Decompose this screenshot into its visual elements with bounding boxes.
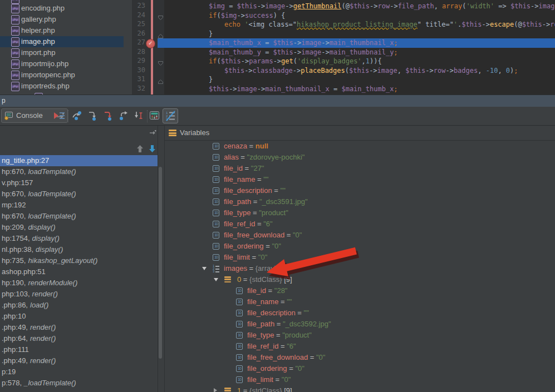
code-line[interactable]: } [0, 75, 555, 85]
variable-row[interactable]: file_type = "product" [165, 207, 555, 219]
frame-location: .php:10 [2, 312, 26, 320]
frame-row[interactable]: hp:670,loadTemplate() [0, 166, 158, 177]
step-over-icon[interactable] [71, 111, 84, 122]
breakpoint-icon[interactable] [146, 39, 155, 48]
frame-row[interactable]: .php:111 [0, 344, 158, 355]
variable-row[interactable]: 0 = {stdClass} [9] [165, 274, 555, 285]
frame-row[interactable]: ng_title.php:27 [0, 155, 158, 166]
frame-row[interactable]: .php:49,render() [0, 322, 158, 333]
code-line[interactable]: $this->image->main_thumbnail_x = $main_t… [0, 85, 555, 94]
variable-count: [9] [284, 386, 292, 392]
frame-row[interactable]: .php:49,render() [0, 355, 158, 366]
expand-collapse-arrow-icon[interactable] [214, 278, 218, 281]
variable-name: cenaza [224, 142, 247, 150]
frame-row[interactable]: hp:670,loadTemplate() [0, 211, 158, 222]
variable-value: "" [287, 297, 292, 306]
primitive-value-icon [236, 376, 243, 383]
show-execution-point-icon[interactable] [53, 111, 66, 122]
variable-row[interactable]: file_free_download = "0" [165, 352, 555, 363]
frame-row[interactable]: mp:192 [0, 200, 158, 211]
frame-row[interactable]: .php:10 [0, 311, 158, 322]
variable-name: file_ordering [224, 242, 264, 250]
frame-row[interactable]: v.php:157 [0, 177, 158, 188]
variable-row[interactable]: file_name = "" [165, 174, 555, 185]
line-number: 30 [132, 66, 145, 74]
code-line[interactable]: echo '<img class="hikashop_product_listi… [0, 20, 555, 29]
frame-row[interactable]: hp:190,renderModule() [0, 277, 158, 289]
fold-marker-icon[interactable] [158, 77, 164, 82]
variable-row[interactable]: file_ordering = "0" [165, 241, 555, 252]
force-step-into-icon[interactable] [102, 111, 115, 122]
variable-row[interactable]: file_id = "28" [165, 285, 555, 296]
frame-row[interactable]: .php:86,load() [0, 300, 158, 311]
evaluate-expression-icon[interactable] [149, 111, 161, 122]
variable-value: "0" [282, 375, 291, 384]
variable-row[interactable]: file_ref_id = "6" [165, 341, 555, 352]
inline-values-toggle[interactable]: 1 2 3 [163, 108, 178, 123]
variable-row[interactable]: file_type = "product" [165, 330, 555, 341]
next-frame-down-arrow-icon[interactable] [149, 145, 156, 153]
variable-row[interactable]: alias = "zdorovye-pochki" [165, 152, 555, 163]
variable-row[interactable]: 123images = {array} [3] [165, 263, 555, 274]
frame-row[interactable]: hp:670,loadTemplate() [0, 188, 158, 200]
frame-location: ng_title.php:27 [2, 156, 49, 165]
variable-row[interactable]: file_name = "" [165, 296, 555, 307]
variable-value: "" [263, 175, 268, 183]
frame-row[interactable]: hp:209,display() [0, 222, 158, 233]
expand-collapse-arrow-icon[interactable] [202, 267, 207, 270]
variable-value: "zdorovye-pochki" [247, 153, 305, 161]
line-number: 23 [132, 2, 145, 9]
frame-row[interactable]: hp:735,hikashop_getLayout() [0, 255, 158, 266]
frame-row[interactable]: .php:64,render() [0, 333, 158, 344]
equals-sign: = [308, 353, 316, 361]
variable-row[interactable]: file_id = "27" [165, 163, 555, 174]
frame-location: .php:86, [2, 301, 28, 309]
variable-row[interactable]: file_path = "_dsc3591.jpg" [165, 196, 555, 207]
variable-row[interactable]: file_ordering = "0" [165, 363, 555, 374]
frame-row[interactable]: php:103,render() [0, 289, 158, 300]
variable-row[interactable]: file_limit = "0" [165, 374, 555, 385]
code-line[interactable]: if($this->params->get('display_badges',1… [0, 57, 555, 66]
fold-marker-icon[interactable] [158, 13, 164, 18]
fold-marker-icon[interactable] [158, 31, 164, 37]
variable-row[interactable]: file_ref_id = "6" [165, 219, 555, 230]
equals-sign: = [243, 164, 251, 172]
frame-method: load() [30, 301, 48, 309]
variable-row[interactable]: file_path = "_dsc3592.jpg" [165, 319, 555, 330]
variable-row[interactable]: file_limit = "0" [165, 252, 555, 263]
code-line[interactable]: $this->classbadge->placeBadges($this->im… [0, 66, 555, 76]
variable-value: {stdClass} [249, 275, 284, 284]
equals-sign: = [255, 175, 263, 183]
frame-row[interactable]: ashop.php:51 [0, 266, 158, 277]
primitive-value-icon [213, 176, 219, 183]
fold-marker-icon[interactable] [158, 58, 164, 64]
variable-row[interactable]: 1 = {stdClass} [9] [165, 385, 555, 392]
code-line[interactable]: $main_thumb_y = $this->image->main_thumb… [0, 48, 555, 57]
code-line[interactable]: $img = $this->image->getThumbnail(@$this… [0, 2, 555, 11]
code-line[interactable]: $main_thumb_x = $this->image->main_thumb… [0, 38, 555, 48]
expand-expand-arrow-icon[interactable] [214, 388, 217, 392]
previous-frame-up-arrow-icon[interactable] [136, 145, 144, 153]
variables-title: Variables [180, 126, 209, 140]
variable-row[interactable]: cenaza = null [165, 141, 555, 152]
variables-header: Variables [165, 126, 555, 141]
variable-name: alias [224, 153, 239, 161]
run-to-cursor-icon[interactable] [134, 111, 146, 122]
code-line[interactable]: } [0, 29, 555, 39]
frame-row[interactable]: hp:1754,display() [0, 233, 158, 244]
equals-sign: = [251, 197, 259, 206]
variable-row[interactable]: file_free_download = "0" [165, 230, 555, 241]
frame-location: hp:1754, [2, 234, 30, 242]
frame-row[interactable]: p:19 [0, 366, 158, 378]
frames-scrollbar[interactable] [159, 167, 162, 359]
code-line[interactable]: if($img->success) { [0, 11, 555, 21]
variable-name: file_free_download [224, 231, 284, 239]
frame-row[interactable]: nl.php:38,display() [0, 244, 158, 255]
step-out-icon[interactable] [118, 111, 130, 122]
dock-icon[interactable] [149, 130, 157, 135]
step-into-icon[interactable] [87, 111, 99, 122]
variable-row[interactable]: file_description = "" [165, 185, 555, 196]
variable-row[interactable]: file_description = "" [165, 307, 555, 319]
frame-method: display() [32, 234, 60, 242]
frame-row[interactable]: p:578,_loadTemplate() [0, 378, 158, 389]
